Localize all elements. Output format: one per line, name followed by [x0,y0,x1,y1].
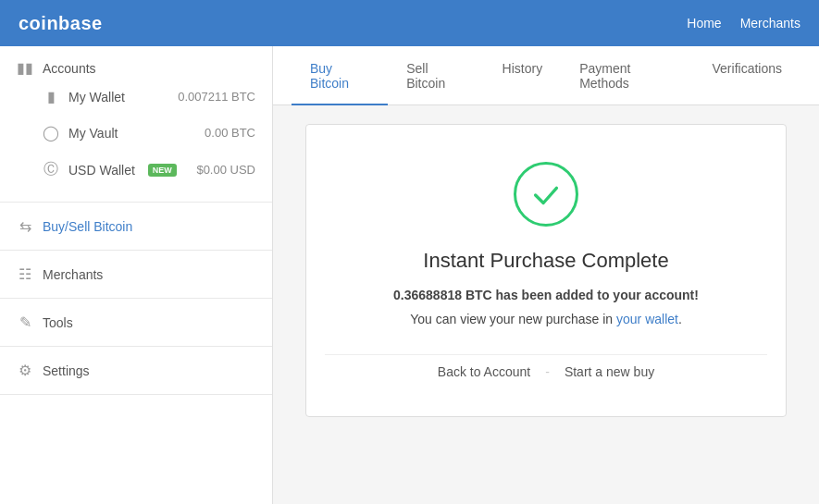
tab-sell-bitcoin[interactable]: Sell Bitcoin [388,46,483,105]
sidebar-buy-sell-label: Buy/Sell Bitcoin [43,219,132,234]
success-amount: 0.36688818 BTC has been added to your ac… [325,288,767,302]
tab-verifications[interactable]: Verifications [694,46,800,105]
content-area: Instant Purchase Complete 0.36688818 BTC… [273,105,819,436]
accounts-section: ▮▮ Accounts ▮ My Wallet 0.007211 BTC ◯ M… [0,46,272,203]
accounts-label: Accounts [43,61,96,76]
sidebar-merchants-label: Merchants [43,267,103,282]
success-icon [514,162,578,227]
nav-home[interactable]: Home [687,16,721,31]
new-badge: NEW [148,164,177,177]
tab-history[interactable]: History [484,46,562,105]
sidebar-tools[interactable]: ✎ Tools [0,299,272,347]
header-nav: Home Merchants [687,16,800,31]
accounts-icon: ▮▮ [17,59,33,77]
cart-icon: ☷ [17,265,33,283]
view-suffix: . [678,312,682,326]
logo: coinbase [19,13,103,34]
your-wallet-link[interactable]: your wallet [616,312,678,326]
my-wallet-label: My Wallet [68,90,125,104]
usd-wallet-value: $0.00 USD [196,163,255,177]
usd-wallet-item[interactable]: Ⓒ USD Wallet NEW $0.00 USD [17,151,255,189]
tab-payment-methods[interactable]: Payment Methods [561,46,693,105]
success-card: Instant Purchase Complete 0.36688818 BTC… [305,124,787,417]
layout: ▮▮ Accounts ▮ My Wallet 0.007211 BTC ◯ M… [0,46,819,504]
main-content: Buy Bitcoin Sell Bitcoin History Payment… [273,46,819,504]
wallet-list: ▮ My Wallet 0.007211 BTC ◯ My Vault 0.00… [17,79,255,189]
my-wallet-value: 0.007211 BTC [178,90,255,104]
start-new-buy-link[interactable]: Start a new buy [565,364,654,379]
wallet-icon: ▮ [43,88,59,105]
sidebar-merchants[interactable]: ☷ Merchants [0,251,272,299]
sidebar-buy-sell[interactable]: ⇆ Buy/Sell Bitcoin [0,203,272,251]
sidebar-settings-label: Settings [43,363,90,378]
usd-wallet-label: USD Wallet [68,163,135,178]
tools-icon: ✎ [17,313,33,331]
my-vault-label: My Vault [68,126,118,141]
tab-buy-bitcoin[interactable]: Buy Bitcoin [292,46,388,105]
exchange-icon: ⇆ [17,217,33,235]
actions-divider: - [545,364,550,379]
my-wallet-item[interactable]: ▮ My Wallet 0.007211 BTC [17,79,255,115]
back-to-account-link[interactable]: Back to Account [438,364,530,379]
header: coinbase Home Merchants [0,0,819,46]
accounts-title: ▮▮ Accounts [17,59,255,77]
card-actions: Back to Account - Start a new buy [325,354,767,379]
sidebar-settings[interactable]: ⚙ Settings [0,347,272,395]
my-vault-value: 0.00 BTC [205,126,255,140]
usd-icon: Ⓒ [43,160,59,179]
nav-merchants[interactable]: Merchants [740,16,800,31]
success-view: You can view your new purchase in your w… [325,312,767,326]
my-vault-item[interactable]: ◯ My Vault 0.00 BTC [17,115,255,151]
view-text: You can view your new purchase in [410,312,616,326]
vault-icon: ◯ [43,124,59,141]
settings-icon: ⚙ [17,362,33,379]
sidebar: ▮▮ Accounts ▮ My Wallet 0.007211 BTC ◯ M… [0,46,273,504]
sidebar-tools-label: Tools [43,315,73,330]
tabs-bar: Buy Bitcoin Sell Bitcoin History Payment… [273,46,819,105]
success-title: Instant Purchase Complete [325,249,767,273]
